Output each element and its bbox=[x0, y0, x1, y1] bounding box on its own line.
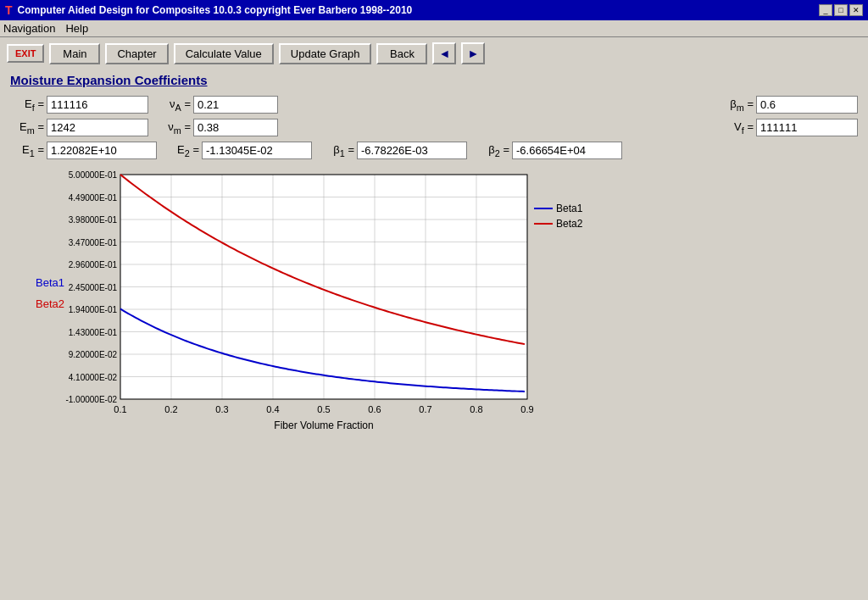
update-graph-button[interactable]: Update Graph bbox=[279, 43, 372, 64]
close-button[interactable]: ✕ bbox=[849, 4, 863, 16]
main-content: Moisture Expansion Coefficients Ef = νA … bbox=[0, 69, 868, 441]
minimize-button[interactable]: _ bbox=[819, 4, 832, 16]
menu-help[interactable]: Help bbox=[65, 22, 88, 35]
num-input[interactable] bbox=[193, 119, 278, 136]
beta1-chart-label: Beta1 bbox=[36, 276, 64, 289]
vf-label: Vf = bbox=[720, 120, 754, 136]
em-input[interactable] bbox=[47, 119, 148, 136]
beta2-label: β2 = bbox=[476, 143, 509, 158]
vf-group: Vf = bbox=[720, 119, 858, 136]
ef-input[interactable] bbox=[47, 96, 148, 114]
nua-label: νA = bbox=[157, 97, 191, 113]
toolbar: EXIT Main Chapter Calculate Value Update… bbox=[0, 37, 868, 69]
main-button[interactable]: Main bbox=[49, 43, 100, 64]
beta2-input[interactable] bbox=[512, 142, 622, 159]
e1-group: E1 = bbox=[10, 142, 157, 159]
e1-input[interactable] bbox=[47, 142, 157, 159]
beta1-label: β1 = bbox=[320, 143, 354, 158]
beta1-group: β1 = bbox=[320, 142, 467, 159]
vf-input[interactable] bbox=[756, 119, 858, 136]
num-label: νm = bbox=[157, 120, 191, 136]
e2-input[interactable] bbox=[202, 142, 312, 159]
maximize-button[interactable]: □ bbox=[834, 4, 848, 16]
nav-right-arrow[interactable]: ► bbox=[461, 42, 485, 64]
chart-canvas bbox=[19, 166, 604, 437]
back-button[interactable]: Back bbox=[376, 43, 427, 64]
chart-container: Beta1 Beta2 bbox=[19, 166, 858, 437]
e1-label: E1 = bbox=[10, 143, 44, 158]
betam-group: βm = bbox=[720, 96, 858, 114]
e2-group: E2 = bbox=[165, 142, 312, 159]
exit-button[interactable]: EXIT bbox=[7, 44, 44, 63]
em-label: Em = bbox=[10, 120, 44, 136]
nav-left-arrow[interactable]: ◄ bbox=[432, 42, 456, 64]
ef-group: Ef = bbox=[10, 96, 148, 114]
num-group: νm = bbox=[157, 119, 278, 136]
fields-row-3: E1 = E2 = β1 = β2 = bbox=[10, 142, 858, 159]
menu-bar: Navigation Help bbox=[0, 20, 868, 37]
ef-label: Ef = bbox=[10, 97, 44, 113]
betam-input[interactable] bbox=[756, 96, 858, 114]
betam-label: βm = bbox=[720, 97, 754, 113]
nua-group: νA = bbox=[157, 96, 278, 114]
page-title: Moisture Expansion Coefficients bbox=[10, 73, 858, 87]
fields-row-1: Ef = νA = βm = bbox=[10, 96, 858, 114]
window-controls: _ □ ✕ bbox=[819, 4, 863, 16]
e2-label: E2 = bbox=[165, 143, 199, 158]
menu-navigation[interactable]: Navigation bbox=[3, 22, 55, 35]
title-bar: T Computer Aided Design for Composites 1… bbox=[0, 0, 868, 20]
nua-input[interactable] bbox=[193, 96, 278, 114]
beta2-group: β2 = bbox=[476, 142, 622, 159]
beta2-chart-label: Beta2 bbox=[36, 297, 64, 310]
em-group: Em = bbox=[10, 119, 148, 136]
chapter-button[interactable]: Chapter bbox=[105, 43, 168, 64]
calculate-value-button[interactable]: Calculate Value bbox=[174, 43, 274, 64]
fields-row-2: Em = νm = Vf = bbox=[10, 119, 858, 136]
beta1-input[interactable] bbox=[357, 142, 467, 159]
window-title: Computer Aided Design for Composites 10.… bbox=[18, 4, 413, 16]
